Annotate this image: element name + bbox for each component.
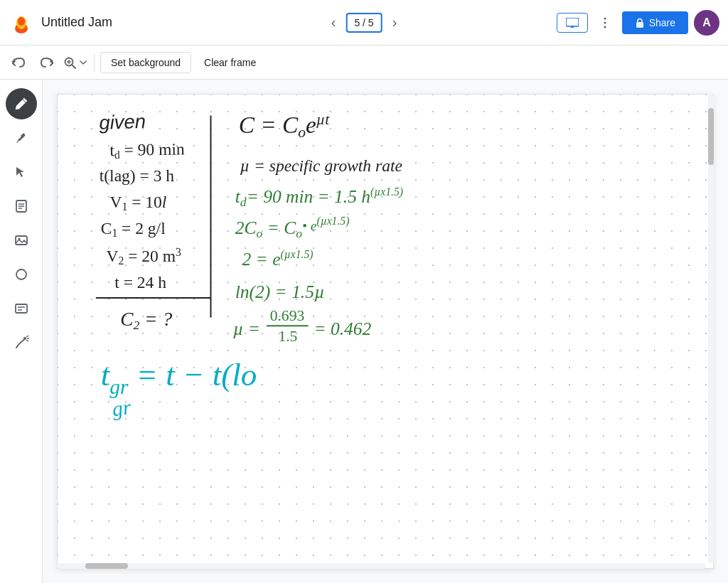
svg-text:given: given	[99, 110, 146, 134]
canvas-inner[interactable]: given td = 90 min t(lag) = 3 h V1 = 10l …	[57, 94, 714, 569]
select-tool-button[interactable]	[6, 156, 37, 188]
main-area: given td = 90 min t(lag) = 3 h V1 = 10l …	[0, 80, 728, 583]
avatar[interactable]: A	[694, 10, 719, 36]
svg-text:2 = e(µx1.5): 2 = e(µx1.5)	[242, 248, 314, 269]
select-icon	[14, 164, 29, 180]
svg-text:µ = specific growth rate: µ = specific growth rate	[240, 156, 402, 175]
svg-text:V2 = 20 m3: V2 = 20 m3	[107, 246, 181, 267]
svg-line-10	[72, 65, 75, 68]
svg-point-24	[23, 337, 26, 340]
app-logo-icon	[9, 10, 34, 36]
svg-point-7	[604, 26, 606, 28]
svg-text:t(lag) = 3 h: t(lag) = 3 h	[100, 166, 175, 185]
share-label: Share	[649, 17, 675, 28]
svg-text:td= 90 min = 1.5 h(µx1.5): td= 90 min = 1.5 h(µx1.5)	[235, 186, 403, 209]
marker-icon	[14, 130, 29, 146]
svg-text:C1 = 2 g/l: C1 = 2 g/l	[101, 219, 166, 239]
shape-tool-button[interactable]	[6, 259, 37, 290]
note-icon	[14, 198, 29, 214]
pen-tool-button[interactable]	[6, 88, 37, 119]
svg-text:V1 = 10l: V1 = 10l	[109, 193, 166, 213]
svg-text:1.5: 1.5	[278, 328, 297, 345]
redo-button[interactable]	[34, 50, 60, 75]
svg-rect-3	[566, 18, 579, 26]
svg-point-5	[604, 17, 606, 19]
secondary-toolbar: Set background Clear frame	[0, 46, 728, 80]
marker-tool-button[interactable]	[6, 122, 37, 154]
redo-icon	[40, 55, 54, 70]
svg-rect-21	[16, 304, 27, 313]
canvas-area[interactable]: given td = 90 min t(lag) = 3 h V1 = 10l …	[43, 80, 728, 583]
svg-text:ln(2) = 1.5µ: ln(2) = 1.5µ	[235, 282, 325, 302]
pen-icon	[14, 96, 29, 112]
horizontal-scrollbar-thumb[interactable]	[85, 563, 128, 569]
svg-line-27	[26, 340, 28, 341]
note-tool-button[interactable]	[6, 191, 37, 222]
lock-icon	[635, 18, 645, 28]
present-icon	[566, 18, 579, 28]
image-icon	[14, 232, 29, 248]
svg-rect-18	[16, 236, 27, 245]
vertical-scrollbar-thumb[interactable]	[708, 108, 714, 165]
present-button[interactable]	[557, 13, 588, 33]
svg-text:C = Coeµt: C = Coeµt	[239, 111, 330, 141]
svg-text:gr: gr	[111, 395, 133, 420]
zoom-icon	[63, 55, 77, 70]
svg-point-6	[604, 21, 606, 23]
svg-line-25	[26, 336, 28, 337]
svg-text:t = 24 h: t = 24 h	[114, 273, 166, 292]
vertical-scrollbar[interactable]	[708, 94, 714, 563]
svg-text:tgr = t − t(lo: tgr = t − t(lo	[101, 357, 257, 398]
svg-rect-8	[636, 22, 643, 28]
toolbar-divider	[94, 54, 95, 71]
svg-text:0.693: 0.693	[270, 307, 304, 324]
zoom-control[interactable]	[63, 55, 88, 70]
svg-point-20	[16, 269, 26, 279]
text-box-icon	[14, 301, 29, 316]
prev-slide-button[interactable]: ‹	[327, 10, 341, 35]
laser-icon	[14, 335, 29, 351]
text-box-tool-button[interactable]	[6, 293, 37, 324]
shape-icon	[14, 267, 29, 282]
svg-text:C2 = ?: C2 = ?	[120, 309, 172, 332]
header-right-controls: Share A	[557, 10, 719, 36]
more-icon	[598, 16, 612, 30]
svg-text:td = 90 min: td = 90 min	[109, 139, 185, 161]
laser-tool-button[interactable]	[6, 327, 37, 358]
svg-text:µ =: µ =	[233, 319, 260, 339]
zoom-dropdown-icon	[78, 58, 88, 68]
horizontal-scrollbar[interactable]	[57, 563, 705, 569]
set-background-button[interactable]: Set background	[100, 52, 191, 73]
next-slide-button[interactable]: ›	[388, 10, 402, 35]
svg-point-2	[18, 17, 25, 26]
undo-icon	[11, 55, 26, 70]
left-sidebar	[0, 80, 43, 583]
handwriting-canvas[interactable]: given td = 90 min t(lag) = 3 h V1 = 10l …	[58, 95, 713, 568]
share-button[interactable]: Share	[622, 11, 688, 34]
clear-frame-button[interactable]: Clear frame	[194, 53, 266, 73]
image-tool-button[interactable]	[6, 225, 37, 256]
undo-button[interactable]	[6, 50, 31, 75]
svg-text:2Co = Co• e(µx1.5): 2Co = Co• e(µx1.5)	[235, 215, 350, 240]
header: Untitled Jam ‹ 5 / 5 › Sha	[0, 0, 728, 46]
app-title: Untitled Jam	[41, 15, 112, 30]
slide-navigation: ‹ 5 / 5 ›	[327, 10, 402, 35]
svg-text:= 0.462: = 0.462	[314, 319, 371, 339]
slide-indicator[interactable]: 5 / 5	[346, 13, 382, 33]
more-options-button[interactable]	[594, 11, 616, 34]
